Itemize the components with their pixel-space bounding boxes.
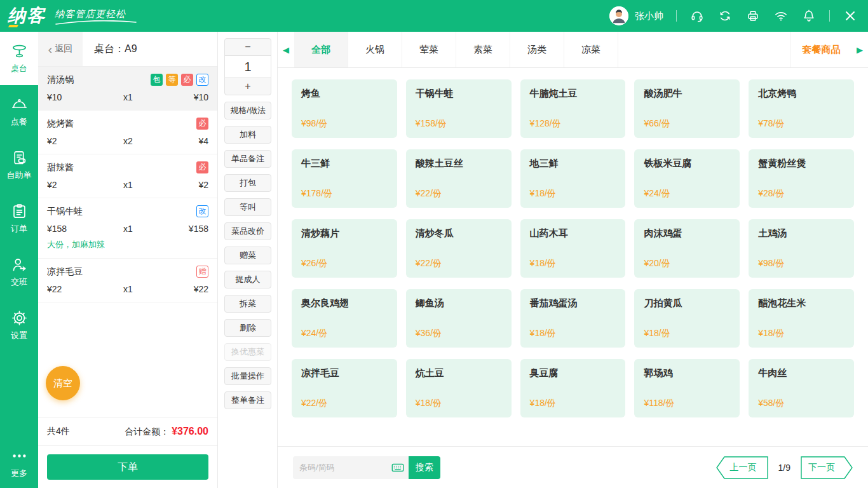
- dish-card[interactable]: 酸汤肥牛¥66/份: [634, 79, 740, 138]
- commission-person-button[interactable]: 提成人: [224, 271, 271, 288]
- tab-combo[interactable]: 套餐商品: [790, 32, 851, 67]
- add-topping-button[interactable]: 加料: [224, 126, 271, 144]
- dish-card[interactable]: 干锅牛蛙¥158/份: [406, 79, 512, 138]
- dish-card[interactable]: 铁板米豆腐¥24/份: [634, 149, 740, 208]
- order-item[interactable]: 清汤锅 包 等 必 改 ¥10 x1 ¥10: [38, 67, 217, 111]
- order-item[interactable]: 凉拌毛豆 赠 ¥22 x1 ¥22: [38, 259, 217, 302]
- order-item[interactable]: 甜辣酱 必 ¥2 x1 ¥2: [38, 154, 217, 198]
- delete-button[interactable]: 删除: [224, 319, 271, 337]
- gift-dish-button[interactable]: 赠菜: [224, 247, 271, 264]
- wait-call-button[interactable]: 等叫: [224, 198, 271, 216]
- item-price: ¥10: [47, 92, 123, 102]
- pagination: 上一页 1/9 下一页: [716, 456, 853, 479]
- main-area: ◀ 全部 火锅 荤菜 素菜 汤类 凉菜 套餐商品 ▶ 烤鱼¥98/份 干锅牛蛙¥…: [278, 32, 868, 488]
- sidebar-item-settings[interactable]: 设置: [0, 299, 38, 352]
- search-button[interactable]: 搜索: [409, 456, 440, 479]
- qty-plus-button[interactable]: +: [224, 78, 271, 95]
- dish-card[interactable]: 奥尔良鸡翅¥24/份: [292, 289, 397, 348]
- dish-card[interactable]: 刀拍黄瓜¥18/份: [634, 289, 740, 348]
- badge-gift: 赠: [196, 266, 208, 278]
- page-indicator: 1/9: [778, 463, 790, 473]
- username: 张小帅: [635, 10, 663, 22]
- dish-card[interactable]: 山药木耳¥18/份: [520, 219, 626, 278]
- dish-card[interactable]: 郭场鸡¥118/份: [634, 359, 740, 417]
- dish-card[interactable]: 牛腩炖土豆¥128/份: [520, 79, 626, 138]
- item-total: ¥4: [168, 136, 208, 146]
- sidebar-label: 更多: [11, 468, 27, 479]
- tab-vegetable[interactable]: 素菜: [456, 32, 510, 67]
- barcode-search-input[interactable]: [293, 456, 387, 479]
- tab-hotpot[interactable]: 火锅: [348, 32, 402, 67]
- change-price-button[interactable]: 菜品改价: [224, 222, 271, 240]
- dish-card[interactable]: 蟹黄粉丝煲¥28/份: [749, 149, 854, 208]
- qty-minus-button[interactable]: −: [224, 38, 271, 56]
- printer-icon[interactable]: [745, 8, 761, 24]
- dish-card[interactable]: 牛肉丝¥58/份: [749, 359, 854, 417]
- keyboard-icon[interactable]: [387, 456, 409, 479]
- divider: [829, 10, 830, 22]
- dish-card[interactable]: 烤鱼¥98/份: [292, 79, 397, 138]
- sidebar-label: 订单: [11, 223, 27, 234]
- dish-card[interactable]: 土鸡汤¥98/份: [749, 219, 854, 278]
- order-panel: ‹ 返回 桌台： A9 清汤锅 包 等 必 改: [38, 32, 218, 488]
- bell-icon[interactable]: [801, 8, 817, 24]
- order-remark-button[interactable]: 整单备注: [224, 391, 271, 409]
- dish-card[interactable]: 北京烤鸭¥78/份: [749, 79, 854, 138]
- back-button[interactable]: ‹ 返回: [38, 32, 83, 66]
- sync-icon[interactable]: [717, 8, 733, 24]
- next-page-button[interactable]: 下一页: [801, 456, 853, 479]
- dish-card[interactable]: 肉沫鸡蛋¥20/份: [634, 219, 740, 278]
- item-qty: x1: [123, 92, 168, 102]
- dish-card[interactable]: 醋泡花生米¥18/份: [749, 289, 854, 348]
- qty-value: 1: [224, 55, 271, 78]
- shift-person-icon: [11, 256, 28, 273]
- takeout-button[interactable]: 打包: [224, 174, 271, 192]
- pos-app: 纳客 纳客管店更轻松 张小帅: [0, 0, 868, 488]
- sidebar-label: 桌台: [11, 63, 27, 74]
- avatar[interactable]: [609, 6, 628, 25]
- spec-method-button[interactable]: 规格/做法: [224, 102, 271, 119]
- topbar-right: 张小帅: [609, 6, 858, 25]
- sidebar-item-tables[interactable]: 桌台: [0, 32, 38, 85]
- category-scroll-right-icon[interactable]: ▶: [851, 32, 868, 67]
- batch-ops-button[interactable]: 批量操作: [224, 367, 271, 385]
- order-item[interactable]: 干锅牛蛙 改 ¥158 x1 ¥158 大份，加麻加辣: [38, 198, 217, 259]
- sidebar-item-self-order[interactable]: 自助单: [0, 139, 38, 192]
- sidebar-item-order-food[interactable]: 点餐: [0, 85, 38, 139]
- clear-button[interactable]: 清空: [46, 366, 80, 400]
- category-bar: ◀ 全部 火锅 荤菜 素菜 汤类 凉菜 套餐商品 ▶: [278, 32, 868, 68]
- split-dish-button[interactable]: 拆菜: [224, 295, 271, 313]
- prev-page-button[interactable]: 上一页: [716, 456, 768, 479]
- topbar: 纳客 纳客管店更轻松 张小帅: [0, 0, 868, 32]
- item-remark-button[interactable]: 单品备注: [224, 150, 271, 168]
- item-qty: x2: [123, 136, 168, 146]
- item-price: ¥22: [47, 284, 123, 294]
- order-item[interactable]: 烧烤酱 必 ¥2 x2 ¥4: [38, 111, 217, 154]
- dish-card[interactable]: 番茄鸡蛋汤¥18/份: [520, 289, 626, 348]
- dish-card[interactable]: 炕土豆¥18/份: [406, 359, 512, 417]
- tab-soup[interactable]: 汤类: [510, 32, 564, 67]
- clipboard-icon: [11, 203, 28, 220]
- place-order-button[interactable]: 下单: [47, 454, 208, 480]
- tab-cold-dish[interactable]: 凉菜: [564, 32, 618, 67]
- wifi-icon[interactable]: [773, 8, 789, 24]
- dish-card[interactable]: 酸辣土豆丝¥22/份: [406, 149, 512, 208]
- dish-card[interactable]: 地三鲜¥18/份: [520, 149, 626, 208]
- dish-card[interactable]: 凉拌毛豆¥22/份: [292, 359, 397, 417]
- dish-card[interactable]: 鲫鱼汤¥36/份: [406, 289, 512, 348]
- self-order-icon: [11, 149, 28, 166]
- dish-card[interactable]: 清炒藕片¥26/份: [292, 219, 397, 278]
- tab-all[interactable]: 全部: [294, 32, 348, 67]
- close-icon[interactable]: [843, 8, 858, 24]
- sidebar-item-orders[interactable]: 订单: [0, 192, 38, 245]
- headset-icon[interactable]: [689, 8, 705, 24]
- dish-card[interactable]: 臭豆腐¥18/份: [520, 359, 626, 417]
- dish-card[interactable]: 牛三鲜¥178/份: [292, 149, 397, 208]
- sidebar-item-shift[interactable]: 交班: [0, 245, 38, 299]
- category-scroll-left-icon[interactable]: ◀: [278, 32, 294, 67]
- order-item-list: 清汤锅 包 等 必 改 ¥10 x1 ¥10 烧烤酱: [38, 67, 217, 417]
- dish-card[interactable]: 清炒冬瓜¥22/份: [406, 219, 512, 278]
- tab-meat[interactable]: 荤菜: [402, 32, 456, 67]
- sidebar-item-more[interactable]: 更多: [0, 438, 38, 488]
- logo: 纳客: [8, 4, 46, 28]
